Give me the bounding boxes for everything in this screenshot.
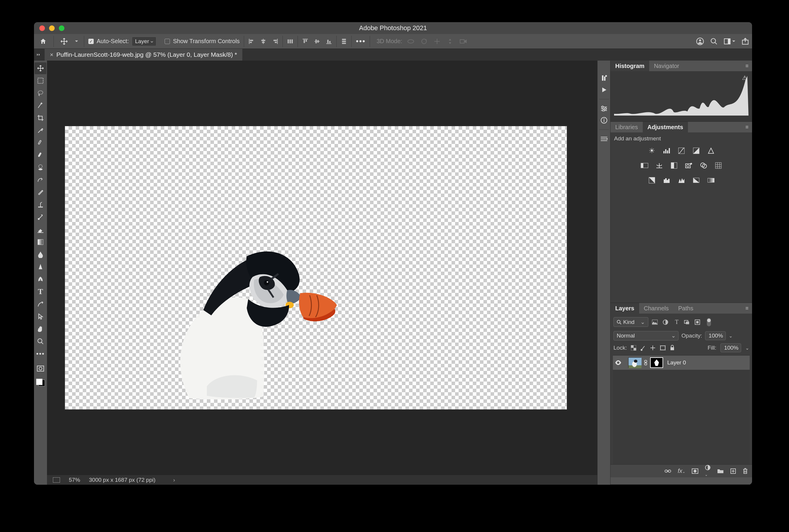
blend-mode-dropdown[interactable]: Normal [614,331,678,341]
link-layers-icon[interactable] [665,469,671,473]
pen-tool[interactable] [35,273,46,285]
channels-tab[interactable]: Channels [639,303,674,314]
brush-tool[interactable] [35,149,46,161]
pan-3d-icon[interactable] [434,38,441,45]
panel-menu-icon[interactable]: ≡ [745,124,752,130]
opacity-input[interactable]: 100% [705,331,726,340]
align-top-edges-icon[interactable] [302,38,308,45]
auto-select-target-dropdown[interactable]: Layer [132,37,157,46]
eyedropper-tool[interactable] [35,125,46,136]
paint-brush-tool[interactable] [35,187,46,198]
zoom-tool[interactable] [35,336,46,347]
window-minimize-button[interactable] [49,25,55,31]
history-brush-tool-2[interactable] [35,211,46,223]
window-zoom-button[interactable] [59,25,64,31]
rectangular-marquee-tool[interactable] [35,75,46,87]
distribute-vertical-icon[interactable] [341,38,347,45]
document-canvas[interactable] [65,126,567,410]
delete-layer-icon[interactable] [743,468,748,474]
gradient-map-icon[interactable] [706,175,716,185]
lock-artboard-icon[interactable] [660,345,666,350]
auto-select-checkbox[interactable]: ✓ [88,39,94,44]
clone-stamp-tool[interactable] [35,162,46,173]
layer-visibility-toggle[interactable] [615,359,622,366]
layer-mask-thumbnail[interactable] [650,357,663,368]
document-dimensions[interactable]: 3000 px x 1687 px (72 ppi) [89,477,155,483]
histogram-warning-icon[interactable]: ⚠ [742,74,747,81]
clone-stamp-tool-2[interactable] [35,199,46,211]
layer-mask-link-icon[interactable] [643,360,648,365]
info-panel-icon[interactable] [599,115,609,125]
actions-panel-icon[interactable] [599,85,609,95]
layer-style-icon[interactable]: fx⌄ [678,468,685,474]
tool-preset-dropdown[interactable] [73,35,80,48]
filter-pixel-layers-icon[interactable] [652,320,659,325]
quick-mask-toggle[interactable] [35,363,46,375]
fill-input[interactable]: 100% [720,343,741,352]
layer-thumbnail[interactable] [628,357,641,368]
window-close-button[interactable] [39,25,45,31]
color-lookup-icon[interactable] [714,161,723,170]
move-tool[interactable] [35,62,46,74]
paths-tab[interactable]: Paths [673,303,698,314]
levels-icon[interactable] [662,146,671,155]
layers-tab[interactable]: Layers [611,303,639,314]
document-tab[interactable]: × Puffin-LaurenScott-169-web.jpg @ 57% (… [45,49,242,61]
panel-menu-icon[interactable]: ≡ [745,63,752,69]
posterize-icon[interactable] [662,175,671,185]
photo-filter-icon[interactable] [684,161,694,170]
search-icon[interactable] [710,38,718,45]
histogram-tab[interactable]: Histogram [611,61,649,71]
camera-3d-icon[interactable] [460,38,467,44]
filter-shape-layers-icon[interactable] [684,320,691,325]
roll-3d-icon[interactable] [421,38,428,45]
align-bottom-edges-icon[interactable] [326,38,332,45]
edit-toolbar-button[interactable]: ••• [35,348,46,360]
slide-3d-icon[interactable] [446,38,454,45]
hand-tool[interactable] [35,323,46,335]
blur-tool[interactable] [35,249,46,260]
new-layer-icon[interactable] [730,468,736,474]
history-brush-tool[interactable] [35,174,46,186]
spot-healing-brush-tool[interactable] [35,137,46,149]
exposure-icon[interactable] [692,146,701,155]
properties-panel-icon[interactable] [599,103,609,114]
threshold-icon[interactable] [677,175,686,185]
lock-image-pixels-icon[interactable] [640,345,646,351]
expand-toolbar-icon[interactable] [37,53,42,57]
align-more-options-button[interactable]: ••• [356,37,366,46]
align-vertical-centers-icon[interactable] [314,38,320,45]
orbit-3d-icon[interactable] [407,38,415,45]
curves-icon[interactable] [677,146,686,155]
foreground-color-swatch[interactable] [36,379,42,385]
filter-type-layers-icon[interactable]: T [673,319,680,325]
align-right-edges-icon[interactable] [272,38,278,45]
path-selection-tool[interactable] [35,298,46,310]
layer-item[interactable]: Layer 0 [613,356,750,370]
type-tool[interactable]: T [35,286,46,298]
vibrance-icon[interactable] [706,146,716,155]
filter-smart-objects-icon[interactable] [694,319,701,325]
close-tab-icon[interactable]: × [50,52,54,58]
distribute-horizontal-icon[interactable] [287,38,293,45]
color-swatches[interactable] [36,378,45,387]
new-group-icon[interactable] [717,469,724,474]
filter-adjustment-layers-icon[interactable] [662,319,670,325]
add-layer-mask-icon[interactable] [692,469,698,474]
selective-color-icon[interactable] [692,175,701,185]
gradient-tool[interactable] [35,236,46,248]
fill-dropdown-icon[interactable]: ⌄ [745,345,749,351]
home-button[interactable] [37,35,49,48]
libraries-tab[interactable]: Libraries [611,122,643,132]
panel-menu-icon[interactable]: ≡ [745,305,752,311]
invert-icon[interactable] [647,175,657,185]
navigator-tab[interactable]: Navigator [649,61,684,71]
show-transform-checkbox[interactable] [165,39,170,44]
character-panel-icon[interactable] [599,134,609,144]
brightness-contrast-icon[interactable]: ☀ [647,146,657,155]
filter-toggle-switch[interactable] [707,318,711,326]
lock-transparent-pixels-icon[interactable] [631,345,636,350]
status-preview-icon[interactable] [53,477,60,483]
channel-mixer-icon[interactable] [699,161,708,170]
quick-selection-tool[interactable] [35,100,46,111]
